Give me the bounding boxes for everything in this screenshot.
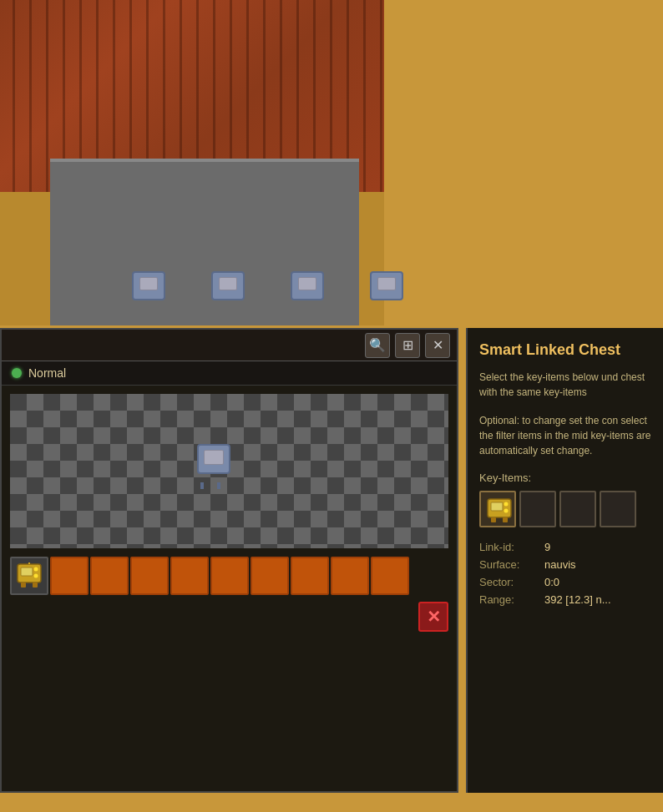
item-slot-2[interactable]	[90, 557, 129, 595]
main-panel: 🔍 ⊞ ✕ Normal	[0, 328, 458, 793]
key-item-icon	[484, 497, 511, 521]
svg-point-6	[34, 567, 38, 572]
info-optional: Optional: to change set the con select t…	[479, 413, 651, 458]
key-slot-3[interactable]	[600, 491, 636, 527]
svg-point-7	[34, 574, 38, 578]
chest-entity	[194, 444, 234, 484]
svg-rect-1	[21, 567, 33, 576]
network-button[interactable]: ⊞	[395, 333, 420, 358]
item-slot-3[interactable]	[130, 557, 169, 595]
status-bar: Normal	[2, 361, 457, 386]
robot-icon-svg	[14, 562, 44, 589]
stat-sector: Sector: 0:0	[479, 576, 651, 588]
world-robot-3	[284, 271, 330, 309]
item-slot-5[interactable]	[210, 557, 249, 595]
stat-range: Range: 392 [12.3] n...	[479, 593, 651, 606]
key-slot-0[interactable]	[479, 491, 516, 527]
sector-label: Sector:	[479, 576, 538, 588]
panel-header: 🔍 ⊞ ✕	[2, 330, 457, 361]
svg-point-12	[504, 502, 509, 506]
item-slot-1[interactable]	[50, 557, 89, 595]
svg-rect-10	[491, 517, 496, 522]
info-description: Select the key-items below und chest wit…	[479, 370, 651, 400]
key-slot-1[interactable]	[519, 491, 556, 527]
slots-row	[10, 557, 448, 595]
key-items-slots	[479, 491, 651, 527]
key-slot-2[interactable]	[559, 491, 596, 527]
status-indicator	[12, 368, 22, 378]
delete-btn-area: ✕	[2, 602, 457, 638]
link-id-label: Link-id:	[479, 541, 538, 553]
item-slot-0[interactable]	[10, 557, 48, 595]
surface-value: nauvis	[544, 558, 576, 571]
status-text: Normal	[28, 366, 66, 380]
range-value: 392 [12.3] n...	[544, 593, 611, 606]
svg-rect-9	[491, 502, 503, 511]
delete-button[interactable]: ✕	[418, 602, 448, 632]
svg-rect-5	[33, 583, 38, 588]
inventory-area[interactable]	[10, 394, 448, 548]
item-slot-9[interactable]	[371, 557, 409, 595]
item-slot-8[interactable]	[331, 557, 369, 595]
item-slot-4[interactable]	[170, 557, 209, 595]
slot-robot-icon	[13, 559, 46, 593]
info-panel: Smart Linked Chest Select the key-items …	[466, 328, 663, 793]
sector-value: 0:0	[544, 576, 559, 588]
item-slot-7[interactable]	[291, 557, 329, 595]
key-item-svg	[484, 497, 514, 524]
world-robot-2	[205, 271, 251, 309]
link-id-value: 9	[544, 541, 550, 553]
item-slots-area	[10, 557, 448, 595]
close-button[interactable]: ✕	[425, 333, 450, 358]
info-stats: Link-id: 9 Surface: nauvis Sector: 0:0 R…	[479, 541, 651, 606]
stat-link-id: Link-id: 9	[479, 541, 651, 553]
world-robots-row	[125, 271, 409, 309]
svg-point-13	[504, 508, 509, 512]
stat-surface: Surface: nauvis	[479, 558, 651, 571]
surface-label: Surface:	[479, 558, 538, 571]
world-robot-1	[125, 271, 171, 309]
world-robot-4	[363, 271, 409, 309]
range-label: Range:	[479, 593, 538, 606]
svg-rect-4	[21, 583, 26, 588]
key-items-label: Key-Items:	[479, 472, 651, 484]
item-slot-6[interactable]	[251, 557, 289, 595]
info-title: Smart Linked Chest	[479, 341, 651, 360]
sandy-right	[384, 0, 663, 325]
search-button[interactable]: 🔍	[365, 333, 390, 358]
svg-rect-11	[503, 517, 508, 522]
